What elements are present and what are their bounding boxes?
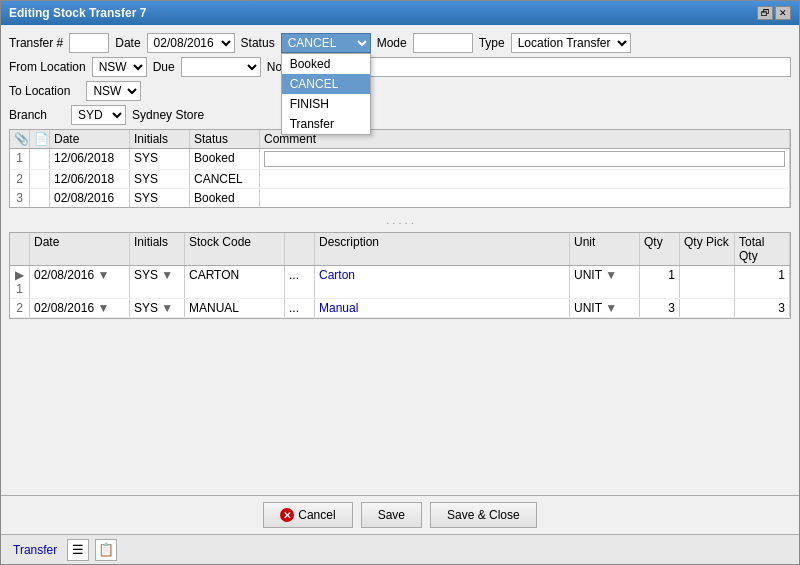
table-row: ▶ 1 02/08/2016 ▼ SYS ▼ CARTON ... Carton… — [10, 266, 790, 299]
row-initials: SYS — [130, 170, 190, 188]
row-qty-pick — [680, 299, 735, 317]
row-status: Booked — [190, 149, 260, 169]
to-location-label: To Location — [9, 84, 70, 98]
form-row-3: To Location NSW — [9, 81, 791, 101]
dropdown-item-transfer[interactable]: Transfer — [282, 114, 370, 134]
row-num: 2 — [10, 170, 30, 188]
transfer-label: Transfer # — [9, 36, 63, 50]
type-label: Type — [479, 36, 505, 50]
row-total-qty: 1 — [735, 266, 790, 298]
due-label: Due — [153, 60, 175, 74]
row-comment — [260, 170, 790, 188]
col-date-header: Date — [50, 130, 130, 148]
col-qty: Qty — [640, 233, 680, 265]
top-table-header: 📎 📄 Date Initials Status Comment — [10, 130, 790, 149]
row-num: 2 — [10, 299, 30, 317]
form-row-1: Transfer # 7 Date 02/08/2016 Status CANC… — [9, 33, 791, 53]
footer-icon-list[interactable]: ☰ — [67, 539, 89, 561]
row-date: 02/08/2016 ▼ — [30, 266, 130, 298]
dropdown-item-cancel[interactable]: CANCEL — [282, 74, 370, 94]
col-total-qty: Total Qty — [735, 233, 790, 265]
save-button[interactable]: Save — [361, 502, 422, 528]
window-controls: 🗗 ✕ — [757, 6, 791, 20]
row-qty-pick — [680, 266, 735, 298]
branch-label: Branch — [9, 108, 47, 122]
row-initials: SYS — [130, 149, 190, 169]
col-description: Description — [315, 233, 570, 265]
row-num: 3 — [10, 189, 30, 207]
col-qty-pick: Qty Pick — [680, 233, 735, 265]
col-initials: Initials — [130, 233, 185, 265]
cancel-button[interactable]: ✕ Cancel — [263, 502, 352, 528]
status-dropdown-menu: Booked CANCEL FINISH Transfer — [281, 53, 371, 135]
row-num: ▶ 1 — [10, 266, 30, 298]
row-total-qty: 3 — [735, 299, 790, 317]
date-select[interactable]: 02/08/2016 — [147, 33, 235, 53]
form-row-2: From Location NSW Due Notes in allocatio… — [9, 57, 791, 77]
row-description: Manual — [315, 299, 570, 317]
to-location-select[interactable]: NSW — [86, 81, 141, 101]
transfer-input[interactable]: 7 — [69, 33, 109, 53]
restore-button[interactable]: 🗗 — [757, 6, 773, 20]
col-dots — [285, 233, 315, 265]
row-comment — [260, 149, 790, 169]
status-select[interactable]: CANCEL — [281, 33, 371, 53]
row-date: 02/08/2016 — [50, 189, 130, 207]
row-date: 02/08/2016 ▼ — [30, 299, 130, 317]
save-close-label: Save & Close — [447, 508, 520, 522]
dropdown-item-finish[interactable]: FINISH — [282, 94, 370, 114]
row-unit: UNIT ▼ — [570, 266, 640, 298]
col-date: Date — [30, 233, 130, 265]
footer-bar: Transfer ☰ 📋 — [1, 534, 799, 564]
col-attach: 📎 — [10, 130, 30, 148]
bottom-button-bar: ✕ Cancel Save Save & Close — [1, 495, 799, 534]
footer-tab-transfer[interactable]: Transfer — [9, 541, 61, 559]
row-attach — [30, 170, 50, 188]
row-unit: UNIT ▼ — [570, 299, 640, 317]
separator-dots: . . . . . — [9, 212, 791, 228]
from-location-label: From Location — [9, 60, 86, 74]
from-location-select[interactable]: NSW — [92, 57, 147, 77]
col-unit: Unit — [570, 233, 640, 265]
close-button[interactable]: ✕ — [775, 6, 791, 20]
row-dots: ... — [285, 266, 315, 298]
row-initials: SYS ▼ — [130, 299, 185, 317]
row-dots: ... — [285, 299, 315, 317]
row-num: 1 — [10, 149, 30, 169]
row-status: CANCEL — [190, 170, 260, 188]
date-label: Date — [115, 36, 140, 50]
row-attach — [30, 189, 50, 207]
type-select[interactable]: Location Transfer — [511, 33, 631, 53]
row-description: Carton — [315, 266, 570, 298]
form-row-4: Branch SYD Sydney Store — [9, 105, 791, 125]
branch-select[interactable]: SYD — [71, 105, 126, 125]
col-initials-header: Initials — [130, 130, 190, 148]
row-comment — [260, 189, 790, 207]
row-stock-code: CARTON — [185, 266, 285, 298]
table-row: 2 12/06/2018 SYS CANCEL — [10, 170, 790, 189]
footer-icon-doc[interactable]: 📋 — [95, 539, 117, 561]
save-close-button[interactable]: Save & Close — [430, 502, 537, 528]
row-date: 12/06/2018 — [50, 170, 130, 188]
row-status: Booked — [190, 189, 260, 207]
row-date: 12/06/2018 — [50, 149, 130, 169]
notes-input[interactable]: in allocation and transfer — [304, 57, 791, 77]
dropdown-item-booked[interactable]: Booked — [282, 54, 370, 74]
top-table: 📎 📄 Date Initials Status Comment 1 12/06… — [9, 129, 791, 208]
table-row: 1 12/06/2018 SYS Booked — [10, 149, 790, 170]
main-content: Transfer # 7 Date 02/08/2016 Status CANC… — [1, 25, 799, 495]
mode-input[interactable]: ACTIVE — [413, 33, 473, 53]
bottom-table-header: Date Initials Stock Code Description Uni… — [10, 233, 790, 266]
col-stock-code: Stock Code — [185, 233, 285, 265]
bottom-table: Date Initials Stock Code Description Uni… — [9, 232, 791, 319]
title-bar: Editing Stock Transfer 7 🗗 ✕ — [1, 1, 799, 25]
table-row: 3 02/08/2016 SYS Booked — [10, 189, 790, 207]
due-select[interactable] — [181, 57, 261, 77]
row-stock-code: MANUAL — [185, 299, 285, 317]
row-initials: SYS ▼ — [130, 266, 185, 298]
window-title: Editing Stock Transfer 7 — [9, 6, 146, 20]
branch-name: Sydney Store — [132, 108, 204, 122]
cancel-label: Cancel — [298, 508, 335, 522]
col-num — [10, 233, 30, 265]
status-dropdown-container: CANCEL Booked CANCEL FINISH Transfer — [281, 33, 371, 53]
